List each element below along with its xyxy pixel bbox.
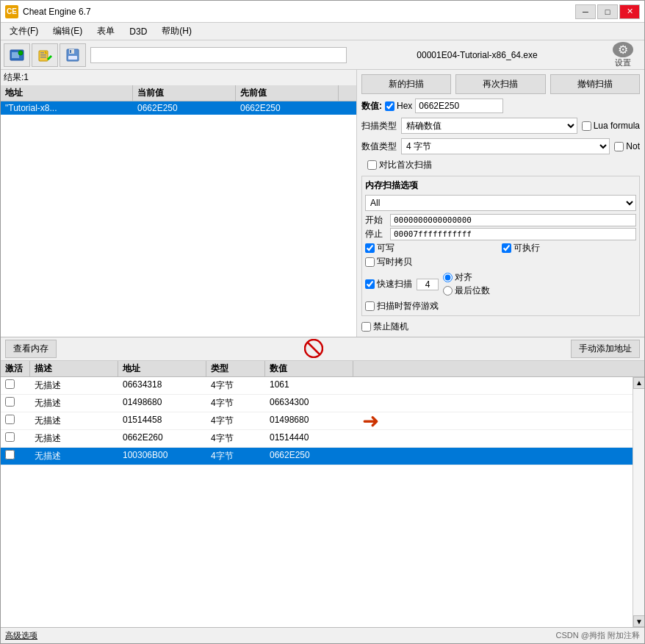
fast-scan-checkbox[interactable] <box>365 279 375 289</box>
svg-rect-7 <box>40 52 44 54</box>
active-checkbox-1[interactable] <box>5 397 15 407</box>
value-2: 01498680 <box>265 414 353 428</box>
footer-bar: 高级选项 CSDN @拇指 附加注释 <box>1 627 644 643</box>
value-4: 0662E250 <box>265 449 353 463</box>
process-address-bar[interactable] <box>90 47 347 63</box>
active-1 <box>1 396 30 410</box>
addr-row-1[interactable]: 无描述 01498680 4字节 06634300 <box>1 395 633 412</box>
minimize-button[interactable]: ─ <box>575 4 596 19</box>
address-table-body[interactable]: 无描述 06634318 4字节 1061 无描述 01498680 4字节 0… <box>1 377 633 628</box>
delete-button[interactable] <box>303 338 324 359</box>
close-button[interactable]: ✕ <box>619 4 640 19</box>
type-2: 4字节 <box>206 414 265 428</box>
desc-0: 无描述 <box>30 379 118 393</box>
manual-add-button[interactable]: 手动添加地址 <box>571 340 640 358</box>
addr-row-3[interactable]: 无描述 0662E260 4字节 01514440 <box>1 430 633 448</box>
data-type-label: 数值类型 <box>361 140 397 153</box>
value-3: 01514440 <box>265 432 353 446</box>
menu-table[interactable]: 表单 <box>91 24 120 39</box>
disable-random-group: 禁止随机 <box>361 321 640 333</box>
fast-scan-value-input[interactable] <box>417 279 439 290</box>
writable-label: 可写 <box>377 242 394 254</box>
active-checkbox-4[interactable] <box>5 450 15 459</box>
disable-random-label: 禁止随机 <box>373 321 408 333</box>
writable-group: 可写 <box>365 242 500 254</box>
arrow-indicator: ➜ <box>362 409 379 433</box>
header-address: 地址 <box>1 85 133 101</box>
not-checkbox[interactable] <box>614 142 624 151</box>
view-memory-button[interactable]: 查看内存 <box>5 340 57 358</box>
writable-checkbox[interactable] <box>365 243 375 253</box>
addr-2: 01514458 <box>118 414 206 428</box>
lua-formula-label: Lua formula <box>594 121 640 131</box>
new-scan-button[interactable]: 新的扫描 <box>361 74 451 94</box>
executable-checkbox[interactable] <box>502 243 511 253</box>
advanced-options[interactable]: 高级选项 <box>5 630 37 641</box>
toolbar-open-file-btn[interactable] <box>32 43 58 67</box>
settings-button[interactable]: ⚙ 设置 <box>605 42 641 68</box>
main-content: 结果:1 地址 当前值 先前值 "Tutorial-x8... 0662E250… <box>1 70 644 337</box>
pause-game-checkbox[interactable] <box>365 301 375 311</box>
active-3 <box>1 432 30 446</box>
start-addr-input[interactable] <box>390 214 636 226</box>
value-0: 1061 <box>265 379 353 393</box>
address-table-header: 激活 描述 地址 类型 数值 <box>1 361 644 377</box>
active-checkbox-0[interactable] <box>5 379 15 389</box>
menu-help[interactable]: 帮助(H) <box>156 24 198 39</box>
addr-3: 0662E260 <box>118 432 206 446</box>
addr-row-2[interactable]: 无描述 01514458 4字节 01498680 <box>1 412 633 430</box>
rescan-button[interactable]: 再次扫描 <box>455 74 545 94</box>
pause-game-label: 扫描时暂停游戏 <box>377 300 439 312</box>
header-previous: 先前值 <box>236 85 339 101</box>
svg-point-2 <box>18 51 23 55</box>
undo-scan-button[interactable]: 撤销扫描 <box>550 74 640 94</box>
options-grid: 可写 可执行 写时拷贝 <box>365 242 636 268</box>
addr-row-0[interactable]: 无描述 06634318 4字节 1061 <box>1 377 633 395</box>
disable-random-checkbox[interactable] <box>361 322 371 332</box>
scan-type-select[interactable]: 精确数值 <box>401 118 577 134</box>
copy-on-write-checkbox[interactable] <box>365 257 375 267</box>
addr-row-4[interactable]: 无描述 100306B00 4字节 0662E250 <box>1 448 633 465</box>
memory-all-select[interactable]: All <box>365 195 636 211</box>
active-checkbox-2[interactable] <box>5 415 15 424</box>
value-1: 06634300 <box>265 396 353 410</box>
lua-formula-checkbox[interactable] <box>582 121 591 131</box>
maximize-button[interactable]: □ <box>597 4 618 19</box>
header-current: 当前值 <box>133 85 236 101</box>
results-list[interactable]: "Tutorial-x8... 0662E250 0662E250 <box>1 101 356 337</box>
last-digit-label: 最后位数 <box>455 285 490 297</box>
toolbar-save-btn[interactable] <box>60 43 86 67</box>
extra-options: 禁止随机 开启变速精灵 <box>361 321 640 337</box>
align-radio-group: 对齐 <box>443 271 490 284</box>
value-input[interactable] <box>415 99 503 113</box>
data-type-select[interactable]: 4 字节 <box>401 138 610 154</box>
type-4: 4字节 <box>206 449 265 463</box>
scroll-up[interactable]: ▲ <box>633 377 644 389</box>
result-row[interactable]: "Tutorial-x8... 0662E250 0662E250 <box>1 101 356 115</box>
not-group: Not <box>614 141 640 151</box>
last-digit-radio-group: 最后位数 <box>443 285 490 297</box>
last-digit-radio[interactable] <box>443 286 453 296</box>
menu-file[interactable]: 文件(F) <box>4 24 44 39</box>
align-radio[interactable] <box>443 273 453 282</box>
hex-checkbox[interactable] <box>385 101 394 111</box>
copy-on-write-label: 写时拷贝 <box>377 256 412 268</box>
bottom-bar: 查看内存 手动添加地址 <box>1 337 644 360</box>
stop-addr-input[interactable] <box>390 228 636 240</box>
addr-4: 100306B00 <box>118 449 206 463</box>
toolbar-open-process-btn[interactable] <box>4 43 30 67</box>
executable-label: 可执行 <box>514 242 540 254</box>
active-checkbox-3[interactable] <box>5 432 15 442</box>
results-table-header: 地址 当前值 先前值 <box>1 85 356 101</box>
scroll-down[interactable]: ▼ <box>633 615 644 627</box>
addr-0: 06634318 <box>118 379 206 393</box>
menu-d3d[interactable]: D3D <box>123 25 153 38</box>
start-addr-row: 开始 <box>365 214 636 226</box>
active-0 <box>1 379 30 393</box>
menu-edit[interactable]: 编辑(E) <box>47 24 88 39</box>
active-2 <box>1 414 30 428</box>
compare-first-checkbox[interactable] <box>367 160 377 170</box>
header-value: 数值 <box>265 361 353 376</box>
result-addr: "Tutorial-x8... <box>1 102 133 114</box>
svg-line-14 <box>308 343 320 354</box>
